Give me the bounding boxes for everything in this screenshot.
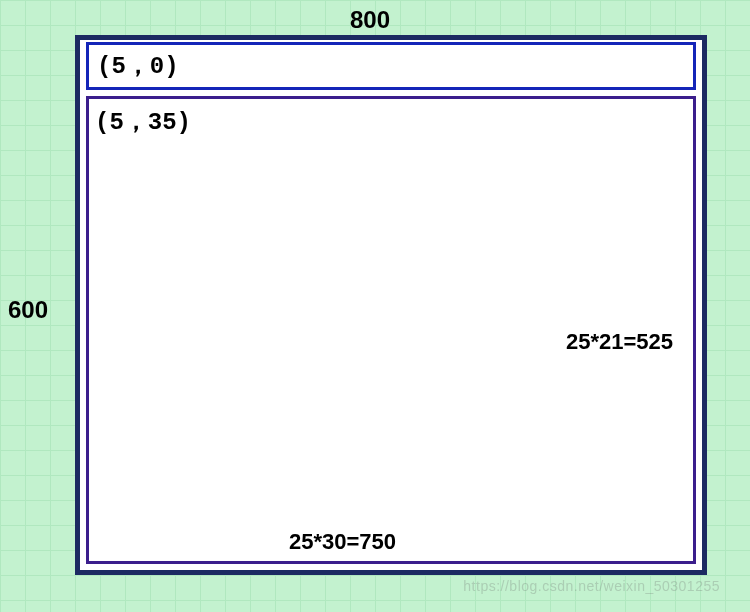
watermark-text: https://blog.csdn.net/weixin_50301255 <box>463 578 720 594</box>
main-panel-coord-label: (5，35) <box>95 105 191 137</box>
width-dimension-label: 800 <box>350 6 390 34</box>
top-panel-box: (5，0) <box>86 42 696 90</box>
height-calculation-label: 25*21=525 <box>566 329 673 355</box>
main-panel-box: (5，35) 25*21=525 25*30=750 <box>86 96 696 564</box>
top-panel-coord-label: (5，0) <box>97 49 179 81</box>
width-calculation-label: 25*30=750 <box>289 529 396 555</box>
height-dimension-label: 600 <box>8 296 48 324</box>
outer-container-box: (5，0) (5，35) 25*21=525 25*30=750 <box>75 35 707 575</box>
